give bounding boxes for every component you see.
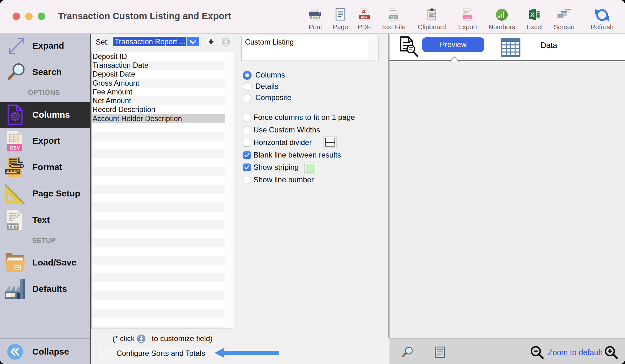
svg-text:PDF: PDF [361,16,367,19]
svg-text:TXT: TXT [8,224,18,230]
svg-text:TXT: TXT [390,16,396,19]
svg-text:X: X [530,11,535,18]
svg-text:CSV: CSV [10,145,20,151]
svg-text:CSV: CSV [465,16,471,19]
